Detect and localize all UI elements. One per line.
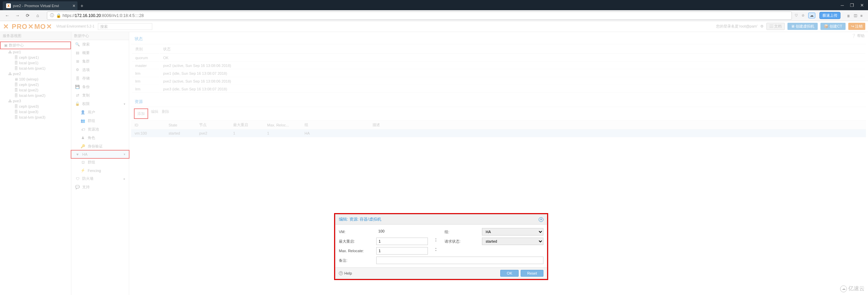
maxreloc-input[interactable]	[376, 247, 428, 255]
site-info-icon[interactable]: ⓘ	[50, 13, 54, 18]
note-input[interactable]	[376, 257, 543, 264]
col-desc[interactable]: 描述	[369, 121, 866, 129]
col-type[interactable]: 类别	[132, 45, 159, 54]
tree-view-selector[interactable]: 服务器视图	[0, 32, 71, 40]
status-row[interactable]: lrmpve1 (idle, Sun Sep 16 13:08:07 2018)	[132, 70, 865, 77]
col-maxrestart[interactable]: 最大重启	[230, 121, 264, 129]
tree-datacenter[interactable]: ▣数据中心	[0, 41, 71, 49]
dialog-close-icon[interactable]: ✕	[539, 217, 543, 222]
upload-badge[interactable]: 极速上传	[819, 12, 840, 19]
status-row[interactable]: quorumOK	[132, 54, 865, 62]
dialog-help-button[interactable]: ?Help	[339, 271, 352, 275]
window-close-icon[interactable]: ✕	[860, 3, 864, 8]
menu-replication[interactable]: ⇄复制	[71, 91, 129, 100]
shield-icon: 🛡	[75, 177, 80, 181]
create-vm-button[interactable]: 🖥 创建虚拟机	[787, 23, 818, 30]
status-row[interactable]: masterpve2 (active, Sun Sep 16 13:08:06 …	[132, 62, 865, 69]
forward-button[interactable]: →	[14, 12, 21, 19]
users-icon: 👥	[80, 119, 86, 123]
back-button[interactable]: ←	[3, 12, 11, 19]
tree-vm[interactable]: 🖥100 (winxp)	[0, 76, 71, 82]
tree-storage[interactable]: 🗄ceph (pve1)	[0, 55, 71, 60]
group-select[interactable]: HA	[482, 228, 543, 236]
col-id[interactable]: ID	[131, 121, 165, 129]
menu-auth[interactable]: 🔑身份验证	[71, 142, 129, 151]
home-button[interactable]: ⌂	[34, 12, 41, 19]
tree-storage[interactable]: 🗄local-lvm (pve2)	[0, 93, 71, 98]
tree-storage[interactable]: 🗄local (pve1)	[0, 60, 71, 66]
reqstate-label: 请求状态:	[445, 239, 482, 244]
status-row[interactable]: lrmpve3 (idle, Sun Sep 16 13:08:07 2018)	[132, 86, 865, 93]
tree-storage[interactable]: 🗄ceph (pve3)	[0, 104, 71, 109]
tree-storage[interactable]: 🗄ceph (pve2)	[0, 82, 71, 87]
menu-storage[interactable]: 🗄存储	[71, 74, 129, 83]
reload-button[interactable]: ⟳	[24, 12, 31, 19]
bolt-icon: ⚡	[80, 168, 86, 173]
menu-pools[interactable]: 🏷资源池	[71, 125, 129, 134]
table-row[interactable]: vm:100 started pve2 1 1 HA	[131, 129, 866, 137]
maxrestart-label: 最大重启:	[339, 239, 376, 244]
resource-table: ID State 节点 最大重启 Max. Reloc... 组 描述 vm:1…	[131, 121, 866, 137]
global-search-input[interactable]	[98, 23, 152, 30]
logout-button[interactable]: ↪ 注销	[848, 23, 865, 30]
menu-permissions[interactable]: 🔓权限▾	[71, 100, 129, 108]
ext-icon[interactable]: ☁	[808, 13, 815, 18]
add-button[interactable]: 添加	[135, 109, 147, 118]
new-tab-button[interactable]: +	[77, 1, 86, 10]
tree-node-pve3[interactable]: 🖧pve3	[0, 98, 71, 104]
col-status[interactable]: 状态	[160, 45, 865, 54]
tree-node-pve2[interactable]: 🖧pve2	[0, 71, 71, 76]
col-state[interactable]: State	[165, 121, 196, 129]
tree-storage[interactable]: 🗄local (pve3)	[0, 109, 71, 115]
tab-close-icon[interactable]: ✕	[72, 4, 75, 8]
menu-search[interactable]: 🔍搜索	[71, 40, 129, 49]
male-icon: ♟	[80, 136, 86, 140]
col-maxreloc[interactable]: Max. Reloc...	[264, 121, 301, 129]
maxrestart-input[interactable]	[376, 238, 428, 245]
gear-icon[interactable]: ⚙	[760, 24, 764, 29]
menu-support[interactable]: 💬支持	[71, 183, 129, 191]
reset-button[interactable]: Reset	[521, 270, 543, 277]
docs-button[interactable]: ▤ 文档	[766, 23, 785, 30]
menu-cluster[interactable]: ⊞集群	[71, 57, 129, 66]
col-node[interactable]: 节点	[196, 121, 230, 129]
tracking-icon[interactable]: ♡	[795, 13, 798, 18]
menu-options[interactable]: ⚙选项	[71, 66, 129, 74]
menu-firewall[interactable]: 🛡防火墙▸	[71, 174, 129, 183]
col-group[interactable]: 组	[301, 121, 369, 129]
url-scheme: https://	[63, 13, 75, 18]
menu-backup[interactable]: 💾备份	[71, 83, 129, 91]
library-icon[interactable]: ⫼	[847, 14, 850, 18]
search-icon: 🔍	[75, 42, 80, 47]
menu-ha-groups[interactable]: ⊡群组	[71, 158, 129, 167]
tree-storage[interactable]: 🗄local-lvm (pve3)	[0, 115, 71, 120]
status-section-title: 状态	[131, 34, 866, 44]
create-ct-button[interactable]: 📦 创建CT	[820, 23, 846, 30]
window-maximize-icon[interactable]: ❐	[850, 3, 854, 8]
tree-node-pve1[interactable]: 🖧pve1	[0, 49, 71, 55]
menu-groups[interactable]: 👥群组	[71, 117, 129, 125]
menu-fencing[interactable]: ⚡Fencing	[71, 167, 129, 174]
tree-storage[interactable]: 🗄local-lvm (pve1)	[0, 66, 71, 71]
delete-button[interactable]: 删除	[162, 109, 169, 118]
note-label: 备注:	[339, 258, 376, 263]
url-bar[interactable]: ⓘ 🔒 https://172.16.100.20:8006/#v1:0:18:…	[47, 12, 792, 20]
sidebar-icon[interactable]: ◫	[854, 13, 857, 18]
reqstate-select[interactable]: started	[482, 238, 543, 245]
status-row[interactable]: lrmpve2 (active, Sun Sep 16 13:08:06 201…	[132, 78, 865, 85]
window-minimize-icon[interactable]: ─	[841, 3, 844, 8]
menu-summary[interactable]: ▤概要	[71, 49, 129, 57]
menu-users[interactable]: 👤用户	[71, 108, 129, 117]
menu-ha[interactable]: ♥HA▾	[71, 151, 129, 158]
lock-icon: 🔒	[56, 13, 61, 18]
browser-tab[interactable]: X pve2 - Proxmox Virtual Envi ✕	[3, 1, 77, 10]
menu-roles[interactable]: ♟角色	[71, 134, 129, 142]
bookmark-icon[interactable]: ☆	[801, 13, 805, 18]
help-link[interactable]: ❔ 帮助	[851, 33, 865, 38]
menu-icon[interactable]: ≡	[861, 14, 863, 18]
tree-storage[interactable]: 🗄local (pve2)	[0, 87, 71, 93]
ok-button[interactable]: OK	[500, 270, 519, 277]
status-table: 类别 状态 quorumOK masterpve2 (active, Sun S…	[131, 44, 866, 93]
edit-button[interactable]: 编辑	[151, 109, 158, 118]
heartbeat-icon: ♥	[75, 152, 80, 156]
